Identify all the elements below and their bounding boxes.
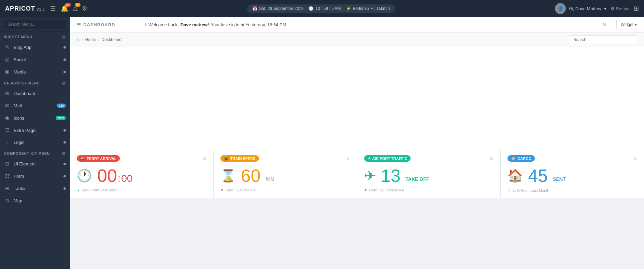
dot-indicator — [63, 141, 66, 144]
home-icon[interactable]: ⌂ — [77, 37, 80, 42]
arrow-down-icon: ▼ — [220, 188, 224, 192]
train-value: 60 — [241, 167, 261, 185]
cargo-card-header: 🏠 CARGO ✕ — [507, 155, 637, 162]
ferry-title-wrap: 🚢 FERRY ARRIVAL — [77, 155, 120, 162]
main-content: 🚢 FERRY ARRIVAL ✕ 🕐 00 : 00 — [70, 47, 644, 269]
brand-logo: APRICOT V1.3 — [5, 5, 45, 12]
dashboard-title-icon: ☰ — [77, 22, 81, 27]
train-icon: 🚂 — [224, 156, 229, 161]
ferry-body: 🕐 00 : 00 — [77, 167, 206, 185]
sidebar: WIDGET MENU ⚙ ✎ Blog App ◎ Social ▣ Medi… — [0, 17, 70, 269]
time-display: 🕐 10 : 59 : 5 AM — [309, 6, 341, 11]
breadcrumb-home-label[interactable]: Home — [85, 37, 96, 42]
settings-button[interactable]: ⚙ Setting — [611, 6, 630, 11]
alerts-button[interactable]: ⚠ 5 — [72, 5, 78, 12]
plus-button[interactable]: ⊞ — [634, 5, 639, 12]
content-empty-area — [70, 47, 644, 150]
dot-indicator — [63, 163, 66, 165]
cargo-body: 🏠 45 SENT — [507, 167, 637, 185]
speedometer-icon: ⌛ — [220, 169, 236, 183]
notifications-button[interactable]: 🔔 23 — [61, 5, 68, 12]
settings-icon-button[interactable]: ⚙ — [82, 5, 87, 12]
datetime-display: 📅 Sat, 28 September 2019 🕐 10 : 59 : 5 A… — [247, 4, 395, 13]
airplane-icon: ✈ — [364, 168, 376, 184]
train-sub: /KM — [266, 176, 275, 185]
tables-icon: ⊞ — [4, 185, 10, 191]
cargo-value: 45 — [528, 167, 548, 185]
form-icon: ☷ — [4, 173, 10, 179]
sidebar-item-ui-element[interactable]: ⊡ UI Element — [0, 158, 70, 170]
airport-title-wrap: ✈ AIR PORT TRAFFIC — [364, 155, 411, 162]
train-card-header: 🚂 TRAIN SPEED ✕ — [220, 155, 350, 162]
sidebar-item-icons[interactable]: ◉ Icons New — [0, 112, 70, 124]
ferry-value-main: 00 — [97, 167, 117, 185]
sidebar-item-dashboard[interactable]: ⊞ Dashboard — [0, 87, 70, 99]
sidebar-item-login[interactable]: ↓ Login — [0, 136, 70, 148]
user-menu[interactable]: 👤 Hi, Dave Mattew ▾ — [555, 3, 606, 14]
clock-icon: 🕐 — [309, 6, 314, 11]
breadcrumb-separator: › — [98, 37, 99, 42]
dot-indicator — [63, 175, 66, 177]
alerts-badge: 5 — [75, 3, 81, 7]
sidebar-item-map[interactable]: ⊙ Map — [0, 194, 70, 207]
breadcrumb-separator: › — [82, 37, 83, 42]
icons-icon: ◉ — [4, 115, 10, 121]
top-navigation: APRICOT V1.3 ☰ 🔔 23 ⚠ 5 ⚙ 📅 Sat, 28 Sept… — [0, 0, 644, 17]
airport-sub: TAKE OFF — [405, 176, 429, 185]
extra-page-icon: ☰ — [4, 127, 10, 133]
component-kit-gear-icon[interactable]: ⚙ — [62, 151, 66, 156]
cargo-close-button[interactable]: ✕ — [633, 156, 637, 161]
gear-icon: ⚙ — [82, 5, 87, 12]
blog-icon: ✎ — [4, 44, 10, 50]
info-icon: ℹ — [145, 22, 147, 27]
ferry-footer: ▲ 50% From Last Hour — [77, 188, 206, 192]
ferry-card-header: 🚢 FERRY ARRIVAL ✕ — [77, 155, 206, 162]
airport-card-header: ✈ AIR PORT TRAFFIC ✕ — [364, 155, 494, 162]
weather-icon: ⚡ — [346, 6, 351, 11]
ui-element-icon: ⊡ — [4, 161, 10, 167]
house-icon: 🏠 — [507, 169, 523, 183]
hamburger-icon[interactable]: ☰ — [50, 5, 56, 12]
close-banner-button[interactable]: ✕ — [602, 22, 607, 28]
cargo-badge: 🏠 CARGO — [507, 155, 535, 162]
widget-button[interactable]: Widget ▾ — [616, 20, 641, 29]
train-body: ⌛ 60 /KM — [220, 167, 350, 185]
widget-menu-gear-icon[interactable]: ⚙ — [62, 35, 66, 40]
settings-gear-icon: ⚙ — [611, 6, 615, 11]
design-kit-gear-icon[interactable]: ⚙ — [62, 81, 66, 86]
time-display: 00 : 00 — [97, 167, 133, 185]
sidebar-item-social[interactable]: ◎ Social — [0, 53, 70, 66]
dashboard-title-section: ☰ DASHBOARD — [70, 18, 138, 31]
ferry-close-button[interactable]: ✕ — [202, 156, 206, 161]
component-kit-menu-title: COMPONENT KIT MENU — [4, 152, 50, 156]
date-display: 📅 Sat, 28 September 2019 — [252, 6, 303, 11]
cargo-card: 🏠 CARGO ✕ 🏠 45 SENT ⊙ 50% From Last Mo — [501, 150, 644, 198]
welcome-banner: ℹ Welcome back, Dave mattew! Your last s… — [138, 17, 614, 32]
design-kit-menu-header: DESIGN KIT MENU ⚙ — [0, 78, 70, 87]
sidebar-item-media[interactable]: ▣ Media — [0, 66, 70, 78]
search-input[interactable] — [4, 20, 66, 29]
sidebar-item-blog-app[interactable]: ✎ Blog App — [0, 41, 70, 53]
sidebar-item-tables[interactable]: ⊞ Tables — [0, 182, 70, 194]
circle-icon: ⊙ — [507, 188, 511, 192]
train-badge: 🚂 TRAIN SPEED — [220, 155, 259, 162]
search-input[interactable] — [569, 35, 637, 44]
plane-icon: ✈ — [368, 156, 371, 161]
clock-icon: 🕐 — [77, 169, 92, 183]
cargo-title-wrap: 🏠 CARGO — [507, 155, 535, 162]
dot-indicator — [63, 58, 66, 61]
sidebar-item-form[interactable]: ☷ Form — [0, 170, 70, 182]
ferry-colon: : — [118, 173, 120, 184]
sidebar-item-extra-page[interactable]: ☰ Extra Page — [0, 124, 70, 136]
ferry-icon: 🚢 — [80, 156, 85, 161]
train-speed-card: 🚂 TRAIN SPEED ✕ ⌛ 60 /KM ▼ Rate : 20 km — [214, 150, 357, 198]
sidebar-item-mail[interactable]: ✉ Mail 289 — [0, 99, 70, 112]
arrow-down-icon: ▼ — [364, 188, 368, 192]
train-close-button[interactable]: ✕ — [346, 156, 350, 161]
widget-menu-title: WIDGET MENU — [4, 35, 32, 39]
breadcrumb: ⌂ › Home › Dashboard — [77, 37, 121, 42]
airport-body: ✈ 13 TAKE OFF — [364, 167, 494, 185]
cargo-sub: SENT — [553, 176, 566, 185]
airport-close-button[interactable]: ✕ — [489, 156, 493, 161]
map-icon: ⊙ — [4, 198, 10, 204]
